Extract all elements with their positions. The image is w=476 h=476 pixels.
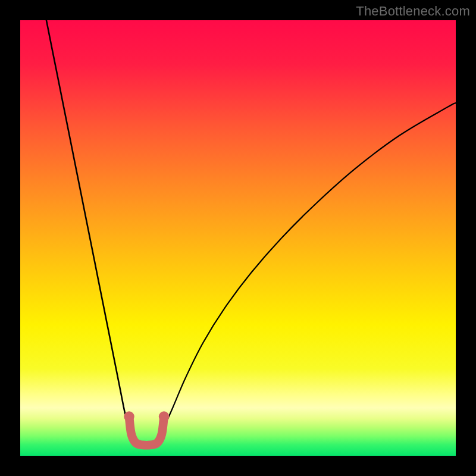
left-curve: [46, 20, 138, 445]
watermark-text: TheBottleneck.com: [356, 4, 470, 19]
plot-area: [20, 20, 456, 456]
curves-layer: [20, 20, 456, 456]
chart-frame: TheBottleneck.com: [0, 0, 476, 476]
valley-endpoint-dots: [124, 411, 169, 422]
valley-floor-curve: [129, 416, 164, 445]
valley-endpoint-dot: [159, 411, 170, 422]
right-curve: [155, 103, 456, 445]
valley-endpoint-dot: [124, 411, 134, 422]
